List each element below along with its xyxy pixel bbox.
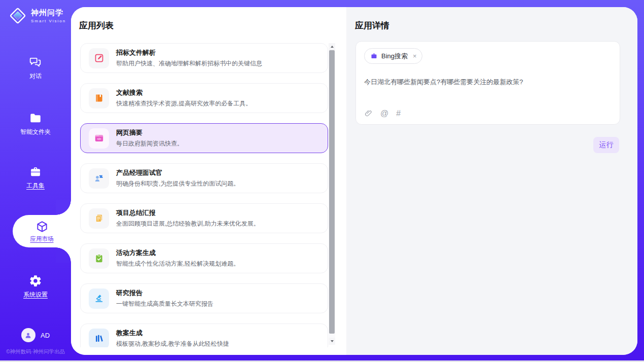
microscope-icon xyxy=(94,293,104,304)
brand-name: 神州问学 xyxy=(31,8,66,18)
browser-code-icon: </> xyxy=(94,133,104,143)
clipboard-check-icon xyxy=(94,253,104,264)
person-arrow-icon xyxy=(94,173,104,184)
sidebar-item-toolset[interactable]: 工具集 xyxy=(0,165,71,190)
app-card-desc: 明确身份和职责,为您提供专业性的面试问题。 xyxy=(116,179,239,188)
app-card-title: 网页摘要 xyxy=(116,128,183,137)
sidebar-item-smart-folder[interactable]: 智能文件夹 xyxy=(0,112,71,136)
app-card[interactable]: 招标文件解析 帮助用户快速、准确地理解和解析招标书中的关键信息 xyxy=(80,43,328,73)
scrollbar-thumb[interactable] xyxy=(329,50,335,334)
app-card[interactable]: 产品经理面试官 明确身份和职责,为您提供专业性的面试问题。 xyxy=(80,163,328,193)
app-card-title: 研究报告 xyxy=(116,288,213,298)
app-card-desc: 智能生成个性化活动方案,轻松解决规划难题。 xyxy=(116,260,239,268)
folder-icon xyxy=(0,112,71,125)
app-card-desc: 模板驱动,教案秒成,教学准备从此轻松快捷 xyxy=(116,340,229,347)
sidebar-item-label: 应用市场 xyxy=(30,235,54,243)
tool-chip-label: Bing搜索 xyxy=(381,52,408,61)
sidebar-item-label: 工具集 xyxy=(26,182,45,190)
app-detail-panel: 应用详情 Bing搜索 × 今日湖北有哪些新闻要点?有哪些需要关注的最新政策? … xyxy=(346,7,637,355)
scroll-down-button[interactable] xyxy=(329,338,335,345)
app-card-desc: 每日政府新闻资讯快查。 xyxy=(116,139,183,148)
app-list-title: 应用列表 xyxy=(79,20,114,31)
query-text: 今日湖北有哪些新闻要点?有哪些需要关注的最新政策? xyxy=(364,77,607,87)
docs-icon xyxy=(94,213,104,224)
app-card-list: 招标文件解析 帮助用户快速、准确地理解和解析招标书中的关键信息 文献搜索 快速精… xyxy=(80,43,328,347)
app-card[interactable]: 教案生成 模板驱动,教案秒成,教学准备从此轻松快捷 xyxy=(80,323,328,347)
toolbox-icon xyxy=(0,165,71,178)
app-list-panel: 应用列表 招标文件解析 帮助用户快速、准确地理解和解析招标书中的关键信息 文献搜… xyxy=(71,7,346,355)
chip-close-icon[interactable]: × xyxy=(413,52,417,60)
app-card[interactable]: 项目总结汇报 全面回顾项目进展,总结经验教训,助力未来优化发展。 xyxy=(80,203,328,233)
briefcase-icon xyxy=(370,52,378,60)
app-card-desc: 快速精准查找学术资源,提高研究效率的必备工具。 xyxy=(116,99,252,108)
app-card[interactable]: 文献搜索 快速精准查找学术资源,提高研究效率的必备工具。 xyxy=(80,83,328,113)
user-row[interactable]: AD xyxy=(0,328,71,342)
app-card-title: 产品经理面试官 xyxy=(116,168,239,177)
sidebar: 神州问学 Smart Vision 对话 智能文件夹 工具集 应用市场 系统设置… xyxy=(0,0,71,360)
sidebar-item-app-market[interactable]: 应用市场 xyxy=(13,215,71,247)
hash-icon[interactable]: # xyxy=(396,110,401,118)
triangle-up-icon xyxy=(331,46,334,48)
book-icon xyxy=(94,93,104,103)
sidebar-item-settings[interactable]: 系统设置 xyxy=(0,274,71,299)
tool-chip-bing-search[interactable]: Bing搜索 × xyxy=(364,48,422,64)
app-card-desc: 全面回顾项目进展,总结经验教训,助力未来优化发展。 xyxy=(116,220,260,228)
sidebar-item-chat[interactable]: 对话 xyxy=(0,56,71,81)
scrollbar[interactable] xyxy=(329,43,335,345)
app-detail-title: 应用详情 xyxy=(355,20,389,31)
books-icon xyxy=(94,333,104,344)
prompt-composer[interactable]: Bing搜索 × 今日湖北有哪些新闻要点?有哪些需要关注的最新政策? @ # xyxy=(355,41,620,125)
sidebar-item-label: 系统设置 xyxy=(23,291,48,299)
composer-toolbar: @ # xyxy=(364,109,401,118)
app-card-desc: 帮助用户快速、准确地理解和解析招标书中的关键信息 xyxy=(116,59,262,68)
copyright-text: ©神州数码·神州问学出品 xyxy=(0,348,71,355)
triangle-down-icon xyxy=(331,340,334,342)
avatar[interactable] xyxy=(21,328,35,342)
chat-icon xyxy=(0,56,71,69)
sidebar-item-label: 智能文件夹 xyxy=(20,128,51,136)
sidebar-item-label: 对话 xyxy=(29,72,42,81)
app-card-title: 教案生成 xyxy=(116,329,229,338)
scroll-up-button[interactable] xyxy=(329,43,335,50)
main-content: 应用列表 招标文件解析 帮助用户快速、准确地理解和解析招标书中的关键信息 文献搜… xyxy=(71,7,637,355)
mention-icon[interactable]: @ xyxy=(380,110,388,118)
app-card-desc: 一键智能生成高质量长文本研究报告 xyxy=(116,300,213,308)
app-card[interactable]: 研究报告 一键智能生成高质量长文本研究报告 xyxy=(80,283,328,313)
app-card-title: 文献搜索 xyxy=(116,88,252,97)
app-card-title: 活动方案生成 xyxy=(116,248,239,258)
user-name: AD xyxy=(41,332,50,339)
app-card[interactable]: 活动方案生成 智能生成个性化活动方案,轻松解决规划难题。 xyxy=(80,243,328,273)
run-button[interactable]: 运行 xyxy=(593,137,619,153)
svg-text:</>: </> xyxy=(97,137,101,140)
cube-icon xyxy=(35,220,49,233)
attachment-icon[interactable] xyxy=(364,109,373,118)
brand-logo: 神州问学 Smart Vision xyxy=(8,6,66,25)
app-card-title: 项目总结汇报 xyxy=(116,208,260,218)
diamond-logo-icon xyxy=(8,6,27,25)
brand-subtitle: Smart Vision xyxy=(31,19,66,23)
gear-icon xyxy=(0,274,71,287)
app-card-title: 招标文件解析 xyxy=(116,48,262,57)
edit-square-icon xyxy=(94,53,104,63)
app-card[interactable]: </> 网页摘要 每日政府新闻资讯快查。 xyxy=(80,123,328,153)
